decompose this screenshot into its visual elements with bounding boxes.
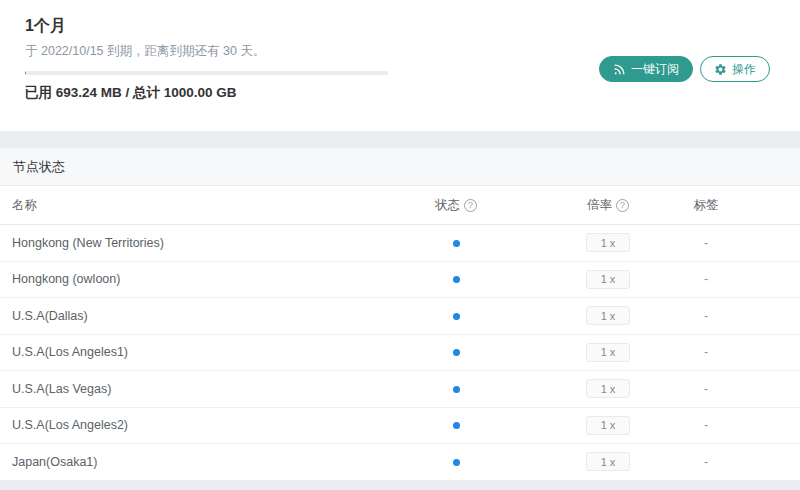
status-online-dot bbox=[453, 349, 460, 356]
status-online-dot bbox=[453, 386, 460, 393]
rate-badge: 1 x bbox=[586, 270, 630, 289]
node-name: Hongkong (owloon) bbox=[0, 272, 384, 286]
plan-expiry-text: 于 2022/10/15 到期，距离到期还有 30 天。 bbox=[25, 43, 265, 60]
node-tag: - bbox=[688, 382, 724, 396]
rate-badge: 1 x bbox=[586, 343, 630, 362]
rate-help-icon[interactable]: ? bbox=[616, 199, 629, 212]
page-background-band-bottom bbox=[0, 481, 800, 490]
status-online-dot bbox=[453, 459, 460, 466]
gear-icon bbox=[714, 63, 727, 76]
node-tag: - bbox=[688, 236, 724, 250]
node-rate-cell: 1 x bbox=[528, 379, 688, 398]
node-tag: - bbox=[688, 455, 724, 469]
node-status-cell bbox=[384, 236, 528, 250]
rate-badge: 1 x bbox=[586, 452, 630, 471]
node-status-cell bbox=[384, 309, 528, 323]
section-title: 节点状态 bbox=[0, 148, 800, 186]
node-tag: - bbox=[688, 309, 724, 323]
column-header-rate: 倍率 ? bbox=[528, 197, 688, 214]
node-rate-cell: 1 x bbox=[528, 233, 688, 252]
status-online-dot bbox=[453, 313, 460, 320]
actions-button-label: 操作 bbox=[732, 61, 756, 78]
rate-badge: 1 x bbox=[586, 379, 630, 398]
rss-icon bbox=[613, 63, 626, 76]
node-table-body: Hongkong (New Territories) 1 x - Hongkon… bbox=[0, 225, 800, 481]
node-rate-cell: 1 x bbox=[528, 452, 688, 471]
page: 1个月 于 2022/10/15 到期，距离到期还有 30 天。 已用 693.… bbox=[0, 0, 800, 490]
node-status-cell bbox=[384, 345, 528, 359]
node-status-cell bbox=[384, 382, 528, 396]
node-status-cell bbox=[384, 272, 528, 286]
actions-button[interactable]: 操作 bbox=[700, 56, 770, 82]
node-name: U.S.A(Los Angeles2) bbox=[0, 418, 384, 432]
table-row: U.S.A(Dallas) 1 x - bbox=[0, 298, 800, 335]
node-name: U.S.A(Las Vegas) bbox=[0, 382, 384, 396]
nodes-card: 节点状态 名称 状态 ? 倍率 ? 标签 Hongkong (New Terri… bbox=[0, 148, 800, 481]
node-name: U.S.A(Dallas) bbox=[0, 309, 384, 323]
node-name: Hongkong (New Territories) bbox=[0, 236, 384, 250]
rate-badge: 1 x bbox=[586, 416, 630, 435]
node-name: U.S.A(Los Angeles1) bbox=[0, 345, 384, 359]
status-online-dot bbox=[453, 276, 460, 283]
subscribe-button-label: 一键订阅 bbox=[631, 61, 679, 78]
table-row: U.S.A(Las Vegas) 1 x - bbox=[0, 371, 800, 408]
node-tag: - bbox=[688, 345, 724, 359]
plan-actions: 一键订阅 操作 bbox=[599, 56, 770, 82]
column-header-status: 状态 ? bbox=[384, 197, 528, 214]
rate-badge: 1 x bbox=[586, 233, 630, 252]
table-row: Hongkong (owloon) 1 x - bbox=[0, 262, 800, 299]
status-help-icon[interactable]: ? bbox=[464, 199, 477, 212]
node-rate-cell: 1 x bbox=[528, 270, 688, 289]
status-online-dot bbox=[453, 240, 460, 247]
rate-badge: 1 x bbox=[586, 306, 630, 325]
node-rate-cell: 1 x bbox=[528, 416, 688, 435]
usage-text: 已用 693.24 MB / 总计 1000.00 GB bbox=[25, 84, 237, 102]
table-row: U.S.A(Los Angeles2) 1 x - bbox=[0, 408, 800, 445]
subscribe-button[interactable]: 一键订阅 bbox=[599, 56, 693, 82]
table-header-row: 名称 状态 ? 倍率 ? 标签 bbox=[0, 186, 800, 225]
node-rate-cell: 1 x bbox=[528, 306, 688, 325]
node-rate-cell: 1 x bbox=[528, 343, 688, 362]
plan-title: 1个月 bbox=[25, 16, 66, 37]
page-background-band bbox=[0, 131, 800, 148]
column-header-name: 名称 bbox=[0, 197, 384, 214]
column-header-tag: 标签 bbox=[688, 197, 724, 214]
table-row: U.S.A(Los Angeles1) 1 x - bbox=[0, 335, 800, 372]
usage-progress-bar bbox=[25, 71, 388, 75]
status-online-dot bbox=[453, 422, 460, 429]
node-tag: - bbox=[688, 418, 724, 432]
node-status-cell bbox=[384, 418, 528, 432]
table-row: Japan(Osaka1) 1 x - bbox=[0, 444, 800, 481]
node-name: Japan(Osaka1) bbox=[0, 455, 384, 469]
node-tag: - bbox=[688, 272, 724, 286]
node-status-cell bbox=[384, 455, 528, 469]
plan-card: 1个月 于 2022/10/15 到期，距离到期还有 30 天。 已用 693.… bbox=[0, 0, 800, 131]
table-row: Hongkong (New Territories) 1 x - bbox=[0, 225, 800, 262]
